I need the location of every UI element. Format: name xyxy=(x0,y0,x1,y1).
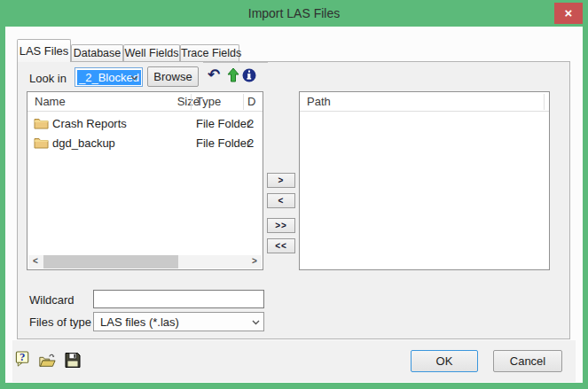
files-of-type-label: Files of type xyxy=(29,315,91,329)
path-list-header: Path xyxy=(300,92,549,112)
open-folder-icon[interactable] xyxy=(38,352,56,369)
selected-paths-list: Path xyxy=(299,91,550,270)
ok-button[interactable]: OK xyxy=(411,350,478,372)
remove-button[interactable]: < xyxy=(267,193,295,208)
remove-all-button[interactable]: << xyxy=(267,238,295,253)
toolbar-divider xyxy=(203,62,268,63)
folder-icon xyxy=(34,136,49,149)
file-date: 2 xyxy=(247,136,254,150)
file-row-dgd-backup[interactable]: dgd_backup File Folder 2 xyxy=(27,134,263,153)
scroll-right-arrow[interactable]: > xyxy=(247,255,262,268)
file-type: File Folder xyxy=(196,117,250,130)
files-of-type-combobox[interactable]: LAS files (*.las) xyxy=(93,312,264,331)
footer-background xyxy=(12,340,576,382)
files-of-type-value: LAS files (*.las) xyxy=(100,315,179,329)
wildcard-label: Wildcard xyxy=(29,293,74,307)
add-all-button[interactable]: >> xyxy=(267,218,295,233)
tab-las-files[interactable]: LAS Files xyxy=(17,39,71,62)
add-button[interactable]: > xyxy=(267,173,295,188)
file-name: dgd_backup xyxy=(52,136,115,150)
file-list: Name Size Type D Crash Reports File Fold… xyxy=(27,91,263,270)
undo-icon[interactable]: ↶ xyxy=(206,67,222,83)
help-icon[interactable]: ? xyxy=(14,351,32,368)
tab-well-fields[interactable]: Well Fields xyxy=(123,44,180,62)
import-las-dialog: Import LAS Files × LAS Files Database We… xyxy=(0,0,588,389)
file-row-crash-reports[interactable]: Crash Reports File Folder 2 xyxy=(27,114,263,134)
chevron-down-icon xyxy=(252,320,260,325)
tab-label: Database xyxy=(74,47,122,59)
tab-label: Trace Fields xyxy=(181,47,241,59)
svg-text:?: ? xyxy=(20,352,25,362)
look-in-combobox[interactable]: _2_Blocked xyxy=(74,67,143,87)
info-icon[interactable] xyxy=(241,67,257,83)
chevron-down-icon xyxy=(130,75,138,81)
column-header-path[interactable]: Path xyxy=(307,95,331,108)
scrollbar-thumb[interactable] xyxy=(43,255,178,268)
tab-label: LAS Files xyxy=(20,44,69,58)
window-title: Import LAS Files xyxy=(0,6,588,20)
wildcard-input[interactable] xyxy=(93,290,264,308)
horizontal-scrollbar[interactable]: < > xyxy=(28,255,262,268)
column-header-size[interactable]: Size xyxy=(155,95,200,108)
look-in-label: Look in xyxy=(29,72,67,85)
browse-button[interactable]: Browse ... xyxy=(147,66,199,87)
file-list-header: Name Size Type D xyxy=(27,92,263,112)
file-date: 2 xyxy=(247,117,254,130)
titlebar[interactable]: Import LAS Files × xyxy=(0,0,588,27)
tab-database[interactable]: Database xyxy=(71,44,123,62)
dialog-client-area: LAS Files Database Well Fields Trace Fie… xyxy=(5,27,583,383)
file-name: Crash Reports xyxy=(52,117,127,130)
scroll-left-arrow[interactable]: < xyxy=(28,255,43,268)
save-icon[interactable] xyxy=(64,352,82,369)
las-files-tab-page: Look in _2_Blocked Browse ... ↶ Name xyxy=(17,61,570,339)
column-divider[interactable] xyxy=(243,94,244,110)
column-divider[interactable] xyxy=(191,94,192,110)
up-one-level-icon[interactable] xyxy=(225,67,241,83)
close-button[interactable]: × xyxy=(554,3,583,24)
column-header-name[interactable]: Name xyxy=(35,95,66,108)
tab-label: Well Fields xyxy=(125,47,179,59)
folder-icon xyxy=(34,117,49,129)
column-divider[interactable] xyxy=(544,94,545,110)
tab-trace-fields[interactable]: Trace Fields xyxy=(180,44,239,62)
column-header-type[interactable]: Type xyxy=(196,95,221,108)
cancel-button[interactable]: Cancel xyxy=(493,350,562,372)
file-type: File Folder xyxy=(196,136,250,150)
column-header-date[interactable]: D xyxy=(247,95,255,108)
